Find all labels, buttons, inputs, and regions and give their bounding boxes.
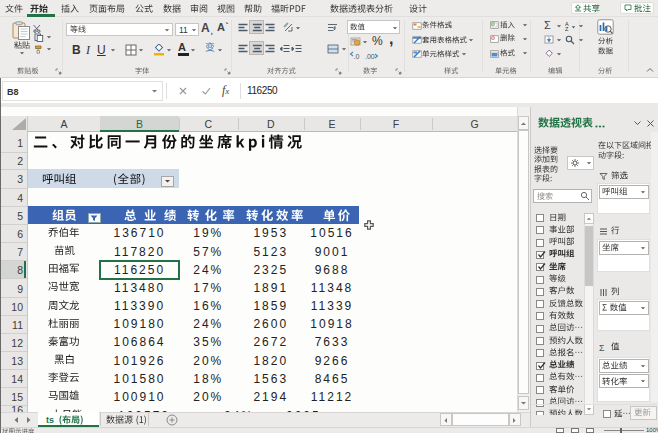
svg-text:Σ: Σ: [599, 343, 605, 352]
svg-text:Z: Z: [565, 26, 569, 31]
svg-text:ts: ts: [46, 415, 54, 425]
svg-text:.0: .0: [354, 53, 360, 60]
svg-text:.00: .00: [365, 53, 375, 60]
